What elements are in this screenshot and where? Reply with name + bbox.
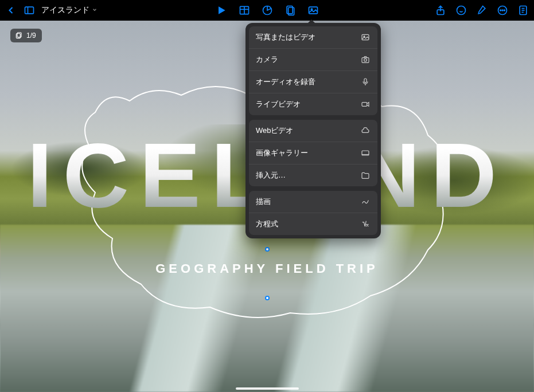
folder-icon (360, 170, 371, 181)
table-insert-button[interactable] (238, 4, 251, 17)
menu-item-label: オーディオを録音 (256, 77, 315, 87)
svg-point-16 (504, 10, 505, 11)
menu-group: 描画方程式 (249, 191, 377, 235)
selection-handle[interactable] (265, 296, 270, 300)
menu-item-camera[interactable]: カメラ (249, 49, 377, 71)
back-button[interactable] (5, 4, 17, 17)
video-icon (360, 99, 371, 109)
format-brush-button[interactable] (475, 4, 488, 17)
slide-subtitle[interactable]: GEOGRAPHY FIELD TRIP (0, 261, 534, 276)
toolbar: アイスランド (0, 0, 534, 21)
slide-counter[interactable]: 1/9 (10, 29, 42, 42)
svg-point-15 (502, 10, 503, 11)
play-button[interactable] (215, 4, 228, 17)
scribble-icon (360, 197, 371, 207)
mic-icon (360, 77, 371, 87)
selection-handle[interactable] (265, 247, 270, 252)
svg-point-14 (500, 10, 501, 11)
menu-item-mic[interactable]: オーディオを録音 (249, 71, 377, 93)
menu-item-video[interactable]: ライブビデオ (249, 93, 377, 115)
menu-item-folder[interactable]: 挿入元… (249, 164, 377, 186)
sidebar-toggle-icon[interactable] (23, 4, 36, 17)
gallery-icon (360, 148, 371, 158)
menu-item-label: 方程式 (256, 219, 278, 229)
collaborate-button[interactable] (455, 4, 467, 17)
menu-item-label: 画像ギャラリー (256, 148, 308, 158)
menu-item-gallery[interactable]: 画像ギャラリー (249, 142, 377, 164)
svg-point-26 (364, 58, 367, 61)
menu-item-cloud[interactable]: Webビデオ (249, 120, 377, 142)
home-indicator (236, 387, 299, 390)
slide-counter-text: 1/9 (26, 32, 36, 40)
menu-item-label: ライブビデオ (256, 99, 301, 109)
cloud-icon (360, 126, 371, 136)
document-title-text: アイスランド (41, 5, 89, 15)
svg-marker-2 (219, 6, 225, 14)
more-button[interactable] (496, 4, 509, 17)
equation-icon (360, 219, 371, 229)
insert-media-menu: 写真またはビデオカメラオーディオを録音ライブビデオWebビデオ画像ギャラリー挿入… (245, 23, 381, 238)
photo-icon (360, 32, 371, 42)
menu-item-equation[interactable]: 方程式 (249, 213, 377, 235)
menu-item-photo[interactable]: 写真またはビデオ (249, 26, 377, 49)
share-button[interactable] (434, 4, 447, 17)
menu-group: Webビデオ画像ギャラリー挿入元… (249, 120, 377, 186)
menu-item-label: Webビデオ (256, 126, 294, 136)
svg-rect-28 (362, 103, 367, 107)
chevron-down-icon (92, 7, 98, 14)
text-insert-button[interactable] (284, 4, 297, 17)
menu-item-label: 描画 (256, 197, 271, 207)
slides-icon (15, 32, 23, 40)
document-title[interactable]: アイスランド (41, 5, 98, 15)
menu-item-label: 写真またはビデオ (256, 32, 315, 42)
menu-group: 写真またはビデオカメラオーディオを録音ライブビデオ (249, 26, 377, 115)
media-insert-button[interactable] (307, 4, 319, 17)
svg-rect-27 (364, 79, 367, 83)
menu-item-label: カメラ (256, 54, 278, 65)
chart-insert-button[interactable] (261, 4, 274, 17)
svg-point-12 (457, 6, 466, 15)
menu-item-scribble[interactable]: 描画 (249, 191, 377, 213)
inspector-button[interactable] (517, 4, 529, 17)
svg-rect-0 (25, 7, 34, 14)
menu-item-label: 挿入元… (256, 170, 286, 181)
camera-icon (360, 54, 371, 65)
